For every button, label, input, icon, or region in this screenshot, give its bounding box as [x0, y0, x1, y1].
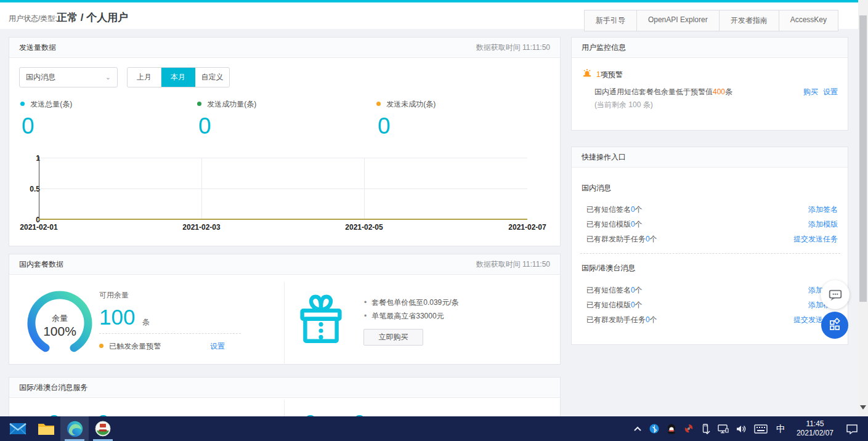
taskbar-mail-button[interactable]: [4, 416, 32, 441]
quick-row-text: 已有群发助手任务0个: [586, 315, 657, 325]
promo-bullet-1: 套餐包单价低至0.039元/条: [364, 297, 459, 308]
gift-icon: [296, 290, 346, 347]
taskbar-edge-button[interactable]: [60, 416, 89, 441]
network-monitor-icon: [718, 424, 729, 434]
send-volume-chart: 1 0.5 0 2021-02-01 2021-02-03 2021-02-05…: [9, 38, 561, 247]
action-center-button[interactable]: [840, 416, 868, 441]
tray-usb-button[interactable]: [697, 416, 714, 441]
tray-volume-button[interactable]: [732, 416, 750, 441]
alert-buy-link[interactable]: 购买: [803, 87, 818, 97]
bluetooth-icon: [649, 424, 659, 434]
alert-count: 1: [596, 70, 601, 79]
tray-touch-keyboard-button[interactable]: [750, 416, 771, 441]
gauge-percent: 100%: [23, 324, 97, 339]
red-pinwheel-icon: [684, 424, 694, 434]
mail-icon: [9, 421, 26, 436]
alert-threshold-value: 400: [713, 87, 725, 96]
gridline-mid: [39, 188, 527, 189]
package-panel-divider: [284, 282, 285, 365]
send-volume-panel: 发送量数据 数据获取时间 11:11:50 国内消息 ⌄ 上月 本月 自定义 发…: [9, 37, 561, 246]
gridline-v1: [201, 158, 202, 219]
folder-icon: [38, 421, 55, 436]
warning-settings-link[interactable]: 设置: [210, 341, 225, 352]
quick-row-templates: 已有短信模版0个 添加模版: [586, 219, 838, 230]
quick-row-intl-templates: 已有短信模版0个 添加模版: [586, 300, 838, 310]
quick-row-text: 已有群发助手任务0个: [586, 234, 657, 245]
user-status-value: 正常 / 个人用户: [57, 10, 128, 25]
tray-network-button[interactable]: [714, 416, 732, 441]
qq-penguin-icon: [667, 424, 676, 434]
quick-row-intl-signatures: 已有短信签名0个 添加签名: [586, 285, 838, 296]
x-tick-feb07: 2021-02-07: [500, 223, 555, 232]
buy-now-button[interactable]: 立即购买: [363, 329, 423, 346]
usb-device-icon: [701, 424, 710, 434]
add-template-link[interactable]: 添加模版: [808, 219, 838, 230]
chevron-up-icon: [633, 426, 642, 432]
series-zero-line: [39, 219, 527, 220]
taskbar-file-explorer-button[interactable]: [32, 416, 60, 441]
system-tray: 中 11:45 2021/02/07: [630, 416, 868, 441]
alert-count-suffix: 项预警: [601, 70, 623, 79]
clock-time: 11:45: [797, 419, 834, 429]
nav-openapi-explorer-button[interactable]: OpenAPI Explorer: [637, 10, 720, 31]
quick-row-signatures: 已有短信签名0个 添加签名: [586, 204, 838, 215]
quick-row-text: 已有短信模版0个: [586, 219, 643, 230]
mini-apps-fab[interactable]: [821, 312, 848, 339]
alert-message: 国内通用短信套餐包余量低于预警值400条: [594, 87, 755, 97]
quick-actions-header: 快捷操作入口: [572, 147, 848, 168]
y-tick-1: 1: [13, 154, 40, 163]
alert-count-row: 1项预警: [596, 70, 623, 80]
scrollbar-thumb[interactable]: [859, 15, 867, 302]
user-monitor-title: 用户监控信息: [582, 43, 626, 52]
alert-remaining: (当前剩余 100 条): [594, 100, 653, 110]
quick-section-intl: 国际/港澳台消息: [582, 263, 635, 273]
available-balance-label: 可用余量: [99, 290, 129, 301]
available-balance-value-row: 100 条: [99, 306, 150, 328]
chat-bubble-icon: [827, 287, 843, 303]
domestic-package-header: 国内套餐数据 数据获取时间 11:11:50: [9, 254, 560, 275]
available-balance-value: 100: [99, 305, 135, 329]
quick-dashed-divider: [580, 253, 840, 254]
nav-accesskey-button[interactable]: AccessKey: [779, 10, 838, 31]
keyboard-icon: [754, 424, 768, 434]
intl-message-title: 国际/港澳台消息服务: [19, 383, 87, 392]
grid-diamond-icon: [827, 318, 842, 333]
quick-row-batch-tasks: 已有群发助手任务0个 提交发送任务: [586, 234, 838, 245]
promo-bullet-2: 单笔最高立省33000元: [364, 311, 444, 322]
nav-beginner-guide-button[interactable]: 新手引导: [585, 10, 637, 31]
feedback-chat-fab[interactable]: [821, 280, 850, 309]
quick-row-text: 已有短信签名0个: [586, 204, 643, 215]
x-tick-feb05: 2021-02-05: [336, 223, 392, 232]
user-status-label: 用户状态/类型:: [9, 14, 57, 24]
taskbar-clock[interactable]: 11:45 2021/02/07: [790, 419, 840, 438]
domestic-package-fetch-time: 数据获取时间 11:11:50: [476, 254, 550, 275]
user-monitor-header: 用户监控信息: [572, 38, 848, 58]
domestic-package-panel: 国内套餐数据 数据获取时间 11:11:50 余量 100% 可用余量 100 …: [9, 254, 561, 365]
x-tick-feb01: 2021-02-01: [11, 223, 67, 232]
quick-actions-title: 快捷操作入口: [582, 153, 626, 161]
screen: 用户状态/类型: 正常 / 个人用户 新手引导 OpenAPI Explorer…: [0, 0, 868, 441]
tray-bluetooth-button[interactable]: [646, 416, 663, 441]
alert-settings-link[interactable]: 设置: [823, 87, 838, 97]
tray-show-hidden-icons-button[interactable]: [630, 416, 646, 441]
tray-ime-indicator[interactable]: 中: [771, 416, 790, 441]
quick-section-domestic: 国内消息: [582, 183, 611, 193]
gauge-label: 余量: [23, 313, 97, 324]
windows-taskbar: 中 11:45 2021/02/07: [0, 416, 868, 441]
alarm-icon: [582, 68, 592, 78]
submit-send-task-link[interactable]: 提交发送任务: [793, 234, 838, 245]
scrollbar-down-arrow-icon[interactable]: [860, 405, 866, 410]
quick-row-intl-batch-tasks: 已有群发助手任务0个 提交发送任务: [586, 315, 838, 325]
tray-qq-button[interactable]: [663, 416, 680, 441]
speaker-icon: [736, 424, 747, 434]
quick-row-text: 已有短信签名0个: [586, 285, 643, 296]
x-tick-feb03: 2021-02-03: [174, 223, 229, 232]
y-axis-line: [39, 156, 39, 219]
balance-warning-row: 已触发余量预警: [99, 341, 161, 352]
nav-developer-guide-button[interactable]: 开发者指南: [720, 10, 779, 31]
alert-message-post: 条: [725, 87, 732, 96]
taskbar-pinned-app-button[interactable]: [89, 416, 117, 441]
tray-security-app-button[interactable]: [680, 416, 697, 441]
add-signature-link[interactable]: 添加签名: [808, 204, 838, 215]
gridline-v2: [364, 158, 365, 219]
